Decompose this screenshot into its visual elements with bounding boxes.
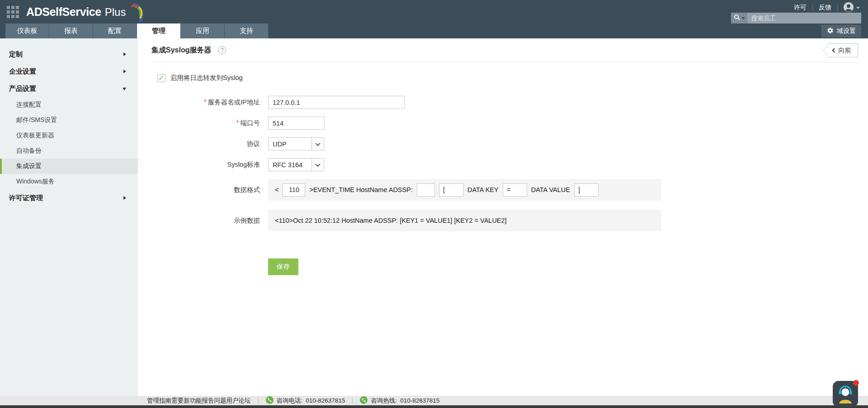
- syslog-form: *服务器名或IP地址 *端口号 协议: [151, 96, 859, 275]
- sidebar-item-mail-sms-settings[interactable]: 邮件/SMS设置: [0, 113, 138, 128]
- search-scope-button[interactable]: [731, 13, 747, 23]
- content-wrap: 定制 企业设置 产品设置 连接配置 邮件/SMS设置 仪表板更新器 自动备份 集…: [0, 38, 868, 396]
- chevron-left-icon: [832, 48, 836, 53]
- help-icon[interactable]: ?: [218, 46, 226, 54]
- sidebar-item-product-settings[interactable]: 产品设置: [0, 80, 138, 97]
- search-icon: [734, 14, 740, 22]
- port-row: *端口号: [151, 117, 859, 130]
- footer: 管理指南 需要新功能 报告问题 用户论坛 咨询电话: 010-82637815: [0, 396, 868, 408]
- close-bracket-input[interactable]: [574, 183, 599, 197]
- chevron-right-icon: [123, 52, 126, 56]
- tab-admin[interactable]: 管理: [137, 23, 181, 38]
- chevron-down-icon: [311, 138, 324, 150]
- report-issue-link[interactable]: 报告问题: [202, 397, 226, 405]
- required-marker: *: [236, 119, 239, 126]
- data-format-row: 数据格式 < >EVENT_TIME HostName ADSSP: DATA …: [151, 179, 859, 201]
- domain-settings-label: 域设置: [837, 27, 856, 35]
- support-agent-icon: [835, 385, 855, 407]
- data-format-label: 数据格式: [151, 186, 260, 194]
- data-value-text: DATA VALUE: [531, 186, 570, 193]
- header-top-links: 许可 反馈: [788, 2, 862, 13]
- app-grid-icon[interactable]: [7, 6, 19, 18]
- port-label-text: 端口号: [241, 119, 260, 127]
- page-title: 集成Syslog服务器: [151, 46, 211, 55]
- brand-swoosh-icon: [128, 2, 146, 24]
- facility-input[interactable]: [283, 183, 305, 197]
- sidebar-section-label: 企业设置: [9, 67, 36, 76]
- format-lt-text: <: [275, 186, 278, 193]
- protocol-row: 协议 UDP: [151, 137, 859, 150]
- required-marker: *: [204, 98, 206, 105]
- phone-icon: [266, 396, 274, 405]
- app-root: ADSelfService Plus 许可 反馈: [0, 0, 868, 408]
- brand-suffix: Plus: [105, 6, 126, 19]
- syslog-settings-panel: 集成Syslog服务器 ? 向前 启用将日志转发到Syslog *服务器: [138, 38, 868, 396]
- gear-icon: [827, 27, 834, 35]
- save-button[interactable]: 保存: [268, 258, 298, 275]
- header: ADSelfService Plus 许可 反馈: [0, 0, 868, 23]
- user-menu[interactable]: [838, 2, 862, 14]
- sidebar-item-enterprise-settings[interactable]: 企业设置: [0, 63, 138, 80]
- port-input[interactable]: [268, 117, 325, 130]
- enable-syslog-checkbox[interactable]: [157, 74, 165, 82]
- data-key-text: DATA KEY: [467, 186, 499, 193]
- main-nav: 仪表板 报表 配置 管理 应用 支持 域设置: [0, 23, 868, 38]
- page-header: 集成Syslog服务器 ? 向前: [151, 38, 859, 62]
- sample-data-label: 示例数据: [151, 216, 260, 225]
- server-row: *服务器名或IP地址: [151, 96, 859, 109]
- admin-guide-link[interactable]: 管理指南: [147, 397, 171, 405]
- sidebar-item-customize[interactable]: 定制: [0, 46, 138, 63]
- server-label-text: 服务器名或IP地址: [208, 98, 260, 106]
- chevron-right-icon: [123, 196, 126, 200]
- sidebar-item-integration-settings[interactable]: 集成设置: [0, 159, 138, 174]
- protocol-select[interactable]: UDP: [268, 137, 324, 150]
- enable-syslog-label: 启用将日志转发到Syslog: [170, 74, 243, 82]
- protocol-label: 协议: [151, 140, 260, 148]
- feedback-link[interactable]: 反馈: [813, 4, 837, 12]
- chevron-right-icon: [123, 70, 126, 73]
- tab-application[interactable]: 应用: [181, 23, 225, 38]
- divider: [258, 398, 259, 403]
- sidebar-item-license-management[interactable]: 许可证管理: [0, 189, 138, 206]
- license-link[interactable]: 许可: [788, 4, 812, 12]
- tab-dashboard[interactable]: 仪表板: [5, 23, 49, 38]
- footer-bar: 管理指南 需要新功能 报告问题 用户论坛 咨询电话: 010-82637815: [0, 396, 868, 405]
- phone1-label: 咨询电话:: [277, 397, 303, 405]
- domain-settings-button[interactable]: 域设置: [821, 25, 861, 38]
- footer-bottom-strip: [0, 405, 868, 408]
- syslog-standard-select[interactable]: RFC 3164: [268, 158, 324, 171]
- open-bracket-input[interactable]: [439, 183, 463, 197]
- server-label: *服务器名或IP地址: [151, 98, 260, 107]
- port-label: *端口号: [151, 119, 260, 127]
- syslog-standard-select-value: RFC 3164: [269, 159, 311, 171]
- protocol-select-value: UDP: [269, 138, 311, 150]
- back-button[interactable]: 向前: [823, 43, 858, 57]
- phone2-label: 咨询热线:: [371, 397, 397, 405]
- search-input[interactable]: [747, 13, 861, 23]
- data-format-bar: < >EVENT_TIME HostName ADSSP: DATA KEY D…: [268, 179, 661, 201]
- live-chat-button[interactable]: [833, 381, 858, 407]
- tab-configuration[interactable]: 配置: [93, 23, 137, 38]
- sidebar-item-connection-config[interactable]: 连接配置: [0, 97, 138, 113]
- phone2-number: 010-82637815: [400, 397, 439, 404]
- user-forum-link[interactable]: 用户论坛: [226, 397, 251, 405]
- chevron-down-icon: [856, 7, 860, 9]
- need-feature-link[interactable]: 需要新功能: [171, 397, 202, 405]
- delimiter-input[interactable]: [417, 183, 435, 197]
- sidebar-item-auto-backup[interactable]: 自动备份: [0, 143, 138, 159]
- equals-input[interactable]: [503, 183, 527, 197]
- server-input[interactable]: [268, 96, 405, 109]
- sidebar-section-label: 定制: [9, 50, 23, 59]
- sidebar-item-windows-service[interactable]: Windows服务: [0, 174, 138, 189]
- tab-reports[interactable]: 报表: [49, 23, 93, 38]
- phone1-number: 010-82637815: [306, 397, 345, 404]
- tab-support[interactable]: 支持: [225, 23, 269, 38]
- format-static-text: >EVENT_TIME HostName ADSSP:: [309, 186, 412, 193]
- sidebar-section-label: 产品设置: [9, 84, 36, 93]
- brand-logo: ADSelfService Plus: [26, 5, 146, 19]
- phone-contact-2: 咨询热线: 010-82637815: [360, 396, 439, 405]
- phone-icon: [360, 396, 368, 405]
- enable-syslog-row: 启用将日志转发到Syslog: [157, 74, 859, 82]
- sidebar-item-dashboard-updater[interactable]: 仪表板更新器: [0, 128, 138, 143]
- admin-sidebar: 定制 企业设置 产品设置 连接配置 邮件/SMS设置 仪表板更新器 自动备份 集…: [0, 38, 138, 396]
